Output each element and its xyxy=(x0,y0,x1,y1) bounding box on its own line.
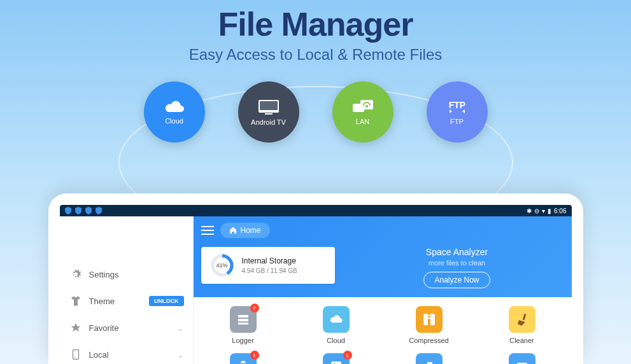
image-icon: 1 xyxy=(323,353,350,364)
logger-badge: 7 xyxy=(250,304,259,312)
shirt-icon xyxy=(70,295,82,307)
breadcrumb-home[interactable]: Home xyxy=(220,223,270,238)
svg-rect-16 xyxy=(428,315,430,316)
storage-card[interactable]: 41% Internal Storage 4.94 GB / 11.94 GB xyxy=(201,247,335,284)
breadcrumb-home-label: Home xyxy=(241,226,261,235)
grid-item-logger[interactable]: 7 Logger xyxy=(216,306,271,344)
app-badge: 1 xyxy=(250,351,259,360)
hero-subtitle: Easy Access to Local & Remote Files xyxy=(0,46,631,64)
sidebar: Settings Theme UNLOCK Favorite ⌄ Local ⌄ xyxy=(60,216,194,364)
sidebar-local-label: Local xyxy=(89,350,109,360)
space-analyzer: Space Analyzer more files to clean Analy… xyxy=(350,247,564,288)
svg-rect-12 xyxy=(238,319,248,321)
feature-tv-label: Android TV xyxy=(251,118,286,126)
battery-icon: ▮ xyxy=(548,207,551,214)
svg-point-20 xyxy=(244,362,245,363)
android-icon: 1 xyxy=(230,353,257,364)
feature-lan-label: LAN xyxy=(356,118,369,125)
compressed-label: Compressed xyxy=(402,337,457,344)
feature-ftp-label: FTP xyxy=(450,118,464,125)
grid-item-cloud[interactable]: Cloud xyxy=(309,306,364,344)
sidebar-item-favorite[interactable]: Favorite ⌄ xyxy=(60,314,193,341)
svg-rect-1 xyxy=(260,101,278,110)
cleaner-label: Cleaner xyxy=(495,337,549,344)
sidebar-item-theme[interactable]: Theme UNLOCK xyxy=(60,288,193,314)
svg-point-5 xyxy=(365,105,368,108)
tablet-frame: ✱ ⊖ ▾ ▮ 6:06 Settings Theme UNLOCK xyxy=(48,193,583,364)
feature-android-tv[interactable]: Android TV xyxy=(238,81,299,143)
shield-icon xyxy=(75,207,82,214)
storage-donut: 41% xyxy=(210,253,234,277)
feature-cloud[interactable]: Cloud xyxy=(144,81,205,143)
status-time: 6:06 xyxy=(554,207,566,214)
lan-icon xyxy=(351,99,375,115)
logger-icon: 7 xyxy=(230,306,257,333)
sidebar-item-local[interactable]: Local ⌄ xyxy=(60,341,193,364)
zip-icon xyxy=(416,306,443,333)
grid-item-music[interactable] xyxy=(402,353,457,364)
svg-rect-2 xyxy=(265,113,273,115)
svg-rect-18 xyxy=(522,314,525,320)
svg-rect-21 xyxy=(331,361,341,364)
status-bar: ✱ ⊖ ▾ ▮ 6:06 xyxy=(60,205,572,216)
chevron-down-icon: ⌄ xyxy=(177,323,184,333)
grid-item-video[interactable] xyxy=(495,353,549,364)
cloud-icon xyxy=(163,99,186,115)
tv-icon xyxy=(256,98,281,116)
grid-item-image[interactable]: 1 xyxy=(309,353,364,364)
sidebar-item-settings[interactable]: Settings xyxy=(60,261,193,288)
sidebar-favorite-label: Favorite xyxy=(89,323,119,333)
shield-icon xyxy=(65,207,71,214)
svg-point-19 xyxy=(241,362,243,363)
wifi-icon: ▾ xyxy=(542,207,545,214)
gear-icon xyxy=(70,269,82,280)
analyze-button[interactable]: Analyze Now xyxy=(423,272,490,288)
app-header: Home 41% Internal Storage 4.94 GB / 11.9… xyxy=(194,216,572,297)
cloud-tile-icon xyxy=(323,306,350,333)
svg-point-8 xyxy=(75,358,76,359)
shield-icon xyxy=(85,207,92,214)
storage-percent: 41% xyxy=(216,262,227,269)
chevron-down-icon: ⌄ xyxy=(177,350,184,360)
star-icon xyxy=(70,322,82,333)
sidebar-theme-label: Theme xyxy=(89,297,115,306)
video-icon xyxy=(509,353,535,364)
music-icon xyxy=(416,353,443,364)
grid-item-cleaner[interactable]: Cleaner xyxy=(495,306,549,344)
analyzer-subtitle: more files to clean xyxy=(350,259,564,267)
grid-item-compressed[interactable]: Compressed xyxy=(402,306,457,344)
analyzer-title: Space Analyzer xyxy=(350,247,564,257)
feature-lan[interactable]: LAN xyxy=(332,81,393,143)
storage-title: Internal Storage xyxy=(242,256,297,265)
feature-ftp[interactable]: FTP FTP xyxy=(427,81,488,143)
phone-icon xyxy=(70,349,82,360)
logger-label: Logger xyxy=(216,337,271,344)
dnd-icon: ⊖ xyxy=(534,207,539,214)
unlock-badge[interactable]: UNLOCK xyxy=(149,296,184,306)
broom-icon xyxy=(509,306,535,333)
svg-rect-11 xyxy=(238,315,248,318)
image-badge: 1 xyxy=(343,351,352,360)
category-grid-row2: 1 1 xyxy=(194,353,572,364)
category-grid: 7 Logger Cloud Compressed xyxy=(194,297,572,353)
bluetooth-icon: ✱ xyxy=(527,207,532,214)
grid-item-app[interactable]: 1 xyxy=(216,353,271,364)
svg-text:FTP: FTP xyxy=(448,100,465,110)
shield-icon xyxy=(96,207,102,214)
hero-title: File Manager xyxy=(0,5,631,43)
svg-rect-4 xyxy=(360,100,373,109)
ftp-icon: FTP xyxy=(444,99,470,115)
sidebar-settings-label: Settings xyxy=(89,270,119,279)
home-icon xyxy=(229,227,237,234)
feature-cloud-label: Cloud xyxy=(165,117,183,125)
svg-rect-13 xyxy=(238,323,248,325)
storage-detail: 4.94 GB / 11.94 GB xyxy=(242,267,297,274)
cloud-label: Cloud xyxy=(309,337,364,344)
svg-rect-17 xyxy=(428,318,430,319)
menu-icon[interactable] xyxy=(201,225,214,235)
